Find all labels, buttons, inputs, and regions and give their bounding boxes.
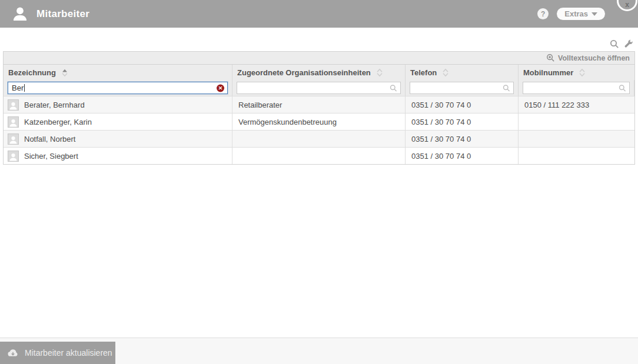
avatar [8, 99, 19, 111]
avatar [8, 133, 19, 145]
table-row-cell-phone[interactable]: 0351 / 30 70 74 0 [406, 147, 519, 164]
sort-asc-icon [62, 69, 68, 72]
sort-control[interactable] [443, 69, 448, 76]
page-title: Mitarbeiter [36, 8, 89, 20]
avatar [8, 151, 19, 162]
help-button[interactable]: ? [537, 8, 549, 19]
filter-input-telefon[interactable] [410, 82, 514, 94]
clear-filter-icon[interactable]: ✕ [217, 84, 224, 92]
table-row-cell-org[interactable]: Retailberater [232, 96, 406, 113]
employee-icon [12, 6, 28, 22]
phone-number: 0351 / 30 70 74 0 [411, 118, 471, 126]
chevron-down-icon [592, 12, 597, 16]
update-employees-button[interactable]: Mitarbeiter aktualisieren [0, 342, 115, 364]
filter-cell-bezeichnung: Ber ✕ [4, 80, 232, 96]
sort-control[interactable] [62, 69, 68, 76]
search-icon [619, 84, 626, 92]
avatar [8, 116, 19, 128]
table-row-cell-phone[interactable]: 0351 / 30 70 74 0 [406, 113, 519, 130]
filter-input-bezeichnung[interactable]: Ber ✕ [8, 82, 228, 94]
filter-value: Ber [12, 84, 24, 92]
sort-control[interactable] [377, 69, 383, 76]
table-row-cell-mobile[interactable] [519, 130, 634, 147]
filter-cell-telefon [406, 80, 519, 96]
toolbar [0, 28, 638, 51]
sort-asc-icon [443, 69, 448, 72]
table-row-cell-name[interactable]: Katzenberger, Karin [4, 113, 232, 130]
employee-name: Sicher, Siegbert [24, 152, 78, 161]
extras-label: Extras [564, 9, 588, 18]
column-header-organisationseinheiten[interactable]: Zugeordnete Organisationseinheiten [232, 65, 406, 80]
window-titlebar: Mitarbeiter ? Extras x [0, 0, 638, 28]
table-row-cell-name[interactable]: Notfall, Norbert [4, 130, 232, 147]
employee-name: Notfall, Norbert [24, 135, 75, 143]
table-grid: Bezeichnung Zugeordnete Organisationsein… [4, 65, 634, 164]
update-button-label: Mitarbeiter aktualisieren [25, 348, 112, 358]
sort-desc-icon [579, 73, 585, 76]
mobile-number: 0150 / 111 222 333 [524, 101, 589, 109]
table-row-cell-mobile[interactable] [519, 113, 634, 130]
table-row-cell-phone[interactable]: 0351 / 30 70 74 0 [406, 96, 519, 113]
phone-number: 0351 / 30 70 74 0 [411, 101, 471, 109]
table-row-cell-name[interactable]: Berater, Bernhard [4, 96, 232, 113]
sort-control[interactable] [579, 69, 585, 76]
column-label: Bezeichnung [8, 68, 56, 77]
employee-table: Volltextsuche öffnen Bezeichnung Zugeord… [3, 51, 635, 165]
footer-bar: Mitarbeiter aktualisieren [0, 338, 638, 364]
employee-name: Berater, Bernhard [24, 101, 85, 109]
table-row-cell-org[interactable] [232, 130, 406, 147]
filter-cell-organisationseinheiten [232, 80, 406, 96]
search-icon [390, 84, 397, 92]
fulltext-search-label: Volltextsuche öffnen [558, 54, 630, 62]
sort-desc-icon [62, 73, 68, 76]
fulltext-search-button[interactable]: Volltextsuche öffnen [4, 52, 634, 65]
table-row-cell-org[interactable]: Vermögenskundenbetreuung [232, 113, 406, 130]
text-cursor [24, 84, 25, 92]
phone-number: 0351 / 30 70 74 0 [411, 152, 471, 161]
search-plus-icon [546, 54, 555, 62]
table-row-cell-name[interactable]: Sicher, Siegbert [4, 147, 232, 164]
table-row-cell-org[interactable] [232, 147, 406, 164]
search-icon [503, 84, 510, 92]
sort-asc-icon [579, 69, 585, 72]
search-icon[interactable] [610, 39, 619, 49]
column-header-telefon[interactable]: Telefon [406, 65, 519, 80]
column-label: Telefon [410, 68, 437, 77]
column-label: Mobilnummer [523, 68, 573, 77]
column-header-mobilnummer[interactable]: Mobilnummer [519, 65, 634, 80]
close-button[interactable]: x [617, 0, 637, 11]
filter-input-mobilnummer[interactable] [523, 82, 630, 94]
org-unit: Vermögenskundenbetreuung [238, 118, 337, 126]
column-header-bezeichnung[interactable]: Bezeichnung [4, 65, 232, 80]
org-unit: Retailberater [238, 101, 282, 109]
employee-name: Katzenberger, Karin [24, 118, 92, 126]
sort-desc-icon [443, 73, 448, 76]
filter-input-organisationseinheiten[interactable] [237, 82, 401, 94]
sort-desc-icon [377, 73, 383, 76]
close-icon: x [625, 1, 629, 8]
table-row-cell-mobile[interactable]: 0150 / 111 222 333 [519, 96, 634, 113]
wrench-icon[interactable] [624, 39, 633, 49]
sort-asc-icon [377, 69, 383, 72]
column-label: Zugeordnete Organisationseinheiten [237, 68, 371, 77]
filter-cell-mobilnummer [519, 80, 634, 96]
cloud-download-icon [7, 347, 19, 359]
extras-button[interactable]: Extras [557, 8, 605, 20]
table-row-cell-phone[interactable]: 0351 / 30 70 74 0 [406, 130, 519, 147]
phone-number: 0351 / 30 70 74 0 [411, 135, 471, 143]
table-row-cell-mobile[interactable] [519, 147, 634, 164]
